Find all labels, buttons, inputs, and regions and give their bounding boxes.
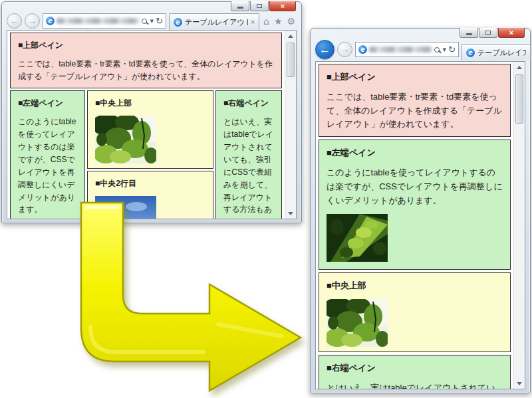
pane-center-row2-heading: ■中央2行目 xyxy=(95,177,205,190)
pane-right: ■右端ペイン とはいえ、実はtableでレイアウトされていても xyxy=(319,355,511,389)
pane-right-heading: ■右端ペイン xyxy=(327,361,503,375)
pane-right-heading: ■右端ペイン xyxy=(223,97,274,110)
back-icon: ← xyxy=(319,44,331,55)
refresh-icon[interactable]: ↻ xyxy=(156,16,163,26)
browser-toolbar: ← → e ▾ ↻ e テーブルレイアウ xyxy=(315,39,525,60)
dropdown-icon[interactable]: ▾ xyxy=(443,45,447,54)
close-icon: × xyxy=(509,29,513,37)
tab-table-layout[interactable]: e テーブルレイアウト... × xyxy=(169,13,259,30)
scrollbar-thumb[interactable] xyxy=(515,74,523,124)
pane-top-body: ここでは、table要素・tr要素・td要素を使って、全体のレイアウトを作成する… xyxy=(327,90,503,132)
pane-left-body: このようにtableを使ってレイアウトするのは楽ですが、CSSでレイアウトを再調… xyxy=(327,166,503,207)
photo-tree-canopy xyxy=(327,299,388,347)
pane-center-top-heading: ■中央上部 xyxy=(95,97,205,110)
browser-window-table-layout: × ← → e ▾ ↻ e テーブルレイアウト... × ⌂ ★ ⚙ xyxy=(1,1,302,223)
refresh-icon[interactable]: ↻ xyxy=(448,45,456,54)
search-icon[interactable] xyxy=(142,19,147,24)
pane-left-body: このようにtableを使ってレイアウトするのは楽ですが、CSSでレイアウトを再調… xyxy=(18,116,77,217)
forward-icon: → xyxy=(28,17,37,25)
maximize-button[interactable] xyxy=(250,1,269,11)
linearized-page: ■上部ペイン ここでは、table要素・tr要素・td要素を使って、全体のレイア… xyxy=(319,64,511,389)
maximize-icon xyxy=(485,31,491,35)
back-button[interactable]: ← xyxy=(7,13,22,29)
scroll-up-icon[interactable] xyxy=(514,62,525,72)
pane-top-heading: ■上部ペイン xyxy=(327,70,503,84)
scrollbar-thumb[interactable] xyxy=(287,43,295,77)
home-icon[interactable]: ⌂ xyxy=(263,16,269,27)
window-caption-buttons: × xyxy=(230,1,296,11)
tab-title: テーブルレイアウ xyxy=(477,48,526,58)
ie-favicon-icon: e xyxy=(358,45,367,54)
pane-top: ■上部ペイン ここでは、table要素・tr要素・td要素を使って、全体のレイア… xyxy=(319,64,511,137)
photo-forest-hillside xyxy=(327,214,388,262)
favorites-star-icon[interactable]: ★ xyxy=(274,16,283,27)
pane-left-heading: ■左端ペイン xyxy=(18,97,77,110)
browser-window-linearized: × ← → e ▾ ↻ e テーブルレイアウ ■上部ペイン ここでは、table… xyxy=(310,28,531,393)
pane-left-heading: ■左端ペイン xyxy=(327,146,503,160)
forward-button[interactable]: → xyxy=(25,13,40,29)
pane-center-top: ■中央上部 xyxy=(319,272,511,352)
tab-close-icon[interactable]: × xyxy=(251,19,255,26)
address-bar[interactable]: e ▾ ↻ xyxy=(43,13,166,29)
scroll-up-icon[interactable] xyxy=(285,31,296,41)
dropdown-icon[interactable]: ▾ xyxy=(150,17,154,25)
minimize-button[interactable] xyxy=(460,28,478,38)
close-button[interactable]: × xyxy=(498,28,525,38)
back-icon: ← xyxy=(10,17,19,25)
ie-favicon-icon: e xyxy=(46,17,55,25)
pane-top-body: ここでは、table要素・tr要素・td要素を使って、全体のレイアウトを作成する… xyxy=(18,58,274,83)
search-icon[interactable] xyxy=(434,47,440,52)
settings-gear-icon[interactable]: ⚙ xyxy=(287,16,295,27)
url-blurred xyxy=(57,18,140,24)
page-viewport: ■上部ペイン ここでは、table要素・tr要素・td要素を使って、全体のレイア… xyxy=(7,30,297,219)
maximize-icon xyxy=(257,4,262,8)
minimize-icon xyxy=(237,7,243,9)
vertical-scrollbar[interactable] xyxy=(513,62,525,389)
back-button[interactable]: ← xyxy=(315,40,334,59)
address-bar[interactable]: e ▾ ↻ xyxy=(355,42,459,57)
pane-left: ■左端ペイン このようにtableを使ってレイアウトするのは楽ですが、CSSでレ… xyxy=(319,140,511,270)
browser-toolbar: ← → e ▾ ↻ e テーブルレイアウト... × ⌂ ★ ⚙ xyxy=(7,12,297,30)
pane-top-heading: ■上部ペイン xyxy=(18,39,274,52)
pane-center-top-heading: ■中央上部 xyxy=(327,279,503,293)
tab-table-layout[interactable]: e テーブルレイアウ xyxy=(462,44,531,60)
toolbar-right-icons: ⌂ ★ ⚙ xyxy=(262,16,297,27)
screenshot-stage: × ← → e ▾ ↻ e テーブルレイアウト... × ⌂ ★ ⚙ xyxy=(0,0,532,398)
minimize-button[interactable] xyxy=(231,1,249,11)
pane-top: ■上部ペイン ここでは、table要素・tr要素・td要素を使って、全体のレイア… xyxy=(10,33,282,88)
page-viewport: ■上部ペイン ここでは、table要素・tr要素・td要素を使って、全体のレイア… xyxy=(315,61,525,389)
pane-center-top: ■中央上部 xyxy=(87,90,213,169)
tab-title: テーブルレイアウト... xyxy=(185,17,248,27)
tab-favicon-icon: e xyxy=(174,18,182,27)
table-layout-page: ■上部ペイン ここでは、table要素・tr要素・td要素を使って、全体のレイア… xyxy=(10,33,282,219)
transform-arrow xyxy=(70,194,313,398)
vertical-scrollbar[interactable] xyxy=(285,31,296,219)
photo-tree-canopy xyxy=(95,116,156,163)
forward-icon: → xyxy=(340,45,349,54)
minimize-icon xyxy=(466,33,472,35)
pane-right-body: とはいえ、実はtableでレイアウトされていても xyxy=(327,381,503,389)
maximize-button[interactable] xyxy=(479,28,497,38)
window-caption-buttons: × xyxy=(459,28,525,38)
close-icon: × xyxy=(281,2,285,10)
url-blurred xyxy=(369,47,432,52)
close-button[interactable]: × xyxy=(269,1,296,11)
tab-favicon-icon: e xyxy=(466,49,475,57)
scroll-down-icon[interactable] xyxy=(514,378,525,389)
forward-button[interactable]: → xyxy=(337,42,352,57)
